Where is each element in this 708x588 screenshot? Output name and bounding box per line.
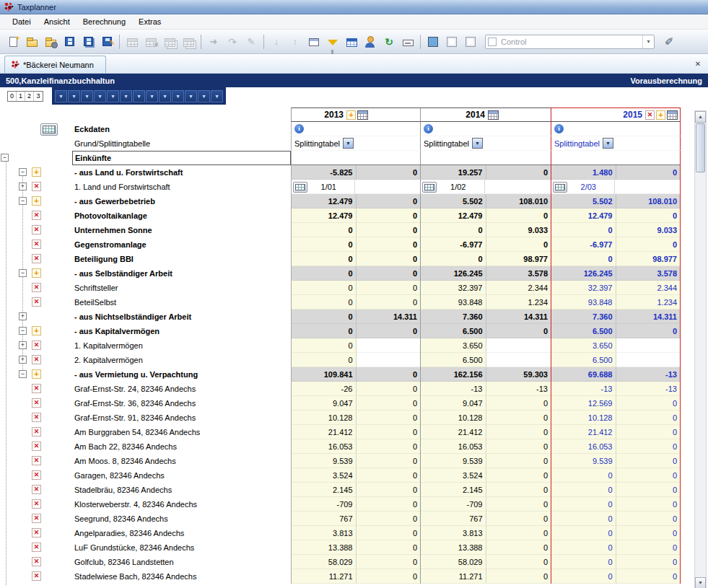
value-cell[interactable]: 0	[551, 526, 616, 540]
value-cell[interactable]: 69.688	[551, 367, 616, 382]
chevron-down-icon[interactable]: ▾	[81, 90, 93, 102]
value-cell[interactable]: 0	[551, 555, 616, 569]
value-cell[interactable]: 58.029	[292, 555, 357, 569]
value-cell[interactable]: 0	[616, 237, 681, 252]
value-cell[interactable]: 0	[486, 237, 551, 252]
value-cell[interactable]: 9.539	[292, 454, 357, 468]
row-label[interactable]: Beteiligung BBI	[74, 252, 134, 266]
chevron-down-icon[interactable]: ▾	[146, 90, 158, 102]
value-cell[interactable]: 0	[616, 165, 681, 180]
value-cell[interactable]: -13	[486, 382, 551, 396]
value-cell[interactable]: 0	[616, 497, 681, 512]
clean-button[interactable]	[660, 32, 678, 51]
value-cell[interactable]	[485, 180, 551, 194]
grid-icon[interactable]	[357, 110, 368, 120]
splitting-table-dropdown[interactable]: Splittingtabel▼	[421, 136, 483, 151]
row-label[interactable]: Graf-Ernst-Str. 91, 82346 Andechs	[74, 411, 196, 425]
value-cell[interactable]: 0	[357, 165, 421, 180]
value-cell[interactable]: 12.479	[292, 194, 357, 209]
value-cell[interactable]: 0	[357, 266, 421, 281]
row-label[interactable]: Am Burggraben 54, 82346 Andechs	[74, 425, 200, 439]
value-cell[interactable]: 6.500	[551, 353, 616, 367]
value-cell[interactable]: 2.344	[486, 281, 551, 295]
value-cell[interactable]: 0	[486, 425, 551, 439]
value-cell[interactable]: 19.257	[421, 165, 486, 180]
scrollbar-thumb[interactable]	[696, 123, 705, 172]
value-cell[interactable]: 12.569	[551, 396, 616, 411]
value-cell[interactable]	[616, 353, 681, 367]
row-label[interactable]: Garagen, 82346 Andechs	[74, 468, 165, 483]
chevron-down-icon[interactable]: ▾	[55, 90, 67, 102]
value-cell[interactable]: 3.524	[292, 468, 357, 483]
delete-row-icon[interactable]: ✕	[32, 442, 41, 451]
grid-icon[interactable]	[553, 182, 567, 193]
row-label[interactable]: - aus Vermietung u. Verpachtung	[74, 367, 198, 382]
delete-row-icon[interactable]: ✕	[32, 355, 41, 364]
row-label[interactable]: Schriftsteller	[74, 281, 118, 295]
collapse-icon[interactable]: −	[19, 197, 27, 205]
splitting-table-dropdown[interactable]: Splittingtabel▼	[551, 136, 613, 151]
value-cell[interactable]: 16.053	[551, 439, 616, 454]
row-label[interactable]: Graf-Ernst-Str. 36, 82346 Andechs	[74, 396, 196, 411]
save-as-button[interactable]	[98, 32, 115, 51]
close-icon[interactable]: ✕	[693, 59, 703, 69]
row-label[interactable]: Am Bach 22, 82346 Andechs	[74, 439, 177, 454]
value-cell[interactable]: 0	[357, 512, 421, 526]
value-cell[interactable]: -13	[616, 367, 681, 382]
value-cell[interactable]: 9.033	[616, 223, 681, 237]
value-cell[interactable]: 0	[357, 483, 421, 497]
value-cell[interactable]: 21.412	[292, 425, 357, 439]
row-label[interactable]: Seegrund, 82346 Andechs	[74, 512, 168, 526]
value-cell[interactable]: 108.010	[486, 194, 551, 209]
value-cell[interactable]: 5.502	[551, 194, 616, 209]
row-label[interactable]: Einkünfte	[72, 151, 291, 165]
value-cell[interactable]: 13.388	[292, 540, 357, 555]
row-label[interactable]: BeteilSelbst	[74, 295, 116, 310]
value-cell[interactable]: 7.360	[421, 310, 486, 324]
delete-row-icon[interactable]: ✕	[32, 225, 41, 234]
value-cell[interactable]: 0	[486, 497, 551, 512]
save-button[interactable]	[61, 32, 78, 51]
value-cell[interactable]: 0	[357, 454, 421, 468]
add-row-icon[interactable]: +	[32, 167, 41, 177]
delete-row-icon[interactable]: ✕	[32, 283, 41, 292]
value-cell[interactable]: 0	[292, 295, 357, 310]
value-cell[interactable]: 16.053	[292, 439, 357, 454]
value-cell[interactable]: 0	[421, 223, 486, 237]
value-cell[interactable]: 3.524	[421, 468, 486, 483]
value-cell[interactable]: 98.977	[486, 252, 551, 266]
value-cell[interactable]: 0	[292, 310, 357, 324]
delete-row-icon[interactable]: ✕	[32, 211, 41, 220]
value-cell[interactable]: 0	[357, 194, 421, 209]
value-cell[interactable]: 6.500	[421, 324, 486, 338]
chevron-down-icon[interactable]: ▼	[472, 138, 483, 149]
value-cell[interactable]	[355, 180, 421, 194]
value-cell[interactable]: 767	[421, 512, 486, 526]
value-cell[interactable]: 0	[357, 425, 421, 439]
grid-view-button[interactable]	[343, 32, 360, 51]
value-cell[interactable]: 14.311	[357, 310, 421, 324]
value-cell[interactable]: 0	[486, 555, 551, 569]
row-label[interactable]: 1. Land und Forstwirtschaft	[74, 180, 170, 194]
value-cell[interactable]: 0	[357, 411, 421, 425]
save-all-button[interactable]	[79, 32, 97, 51]
value-cell[interactable]: 0	[486, 569, 551, 584]
delete-row-icon[interactable]: ✕	[32, 514, 41, 523]
value-cell[interactable]: 12.479	[551, 209, 616, 223]
row-label[interactable]: Unternehmen Sonne	[74, 223, 152, 237]
info-icon[interactable]: i	[424, 124, 433, 133]
value-cell[interactable]: 0	[486, 439, 551, 454]
add-year-icon[interactable]: +	[656, 110, 665, 120]
chevron-down-icon[interactable]: ▼	[603, 138, 613, 149]
add-row-icon[interactable]: +	[32, 196, 41, 206]
delete-row-icon[interactable]: ✕	[32, 341, 41, 350]
row-label[interactable]: Grund/Splittingtabelle	[74, 136, 150, 151]
info-icon[interactable]: i	[554, 124, 564, 133]
menu-item-datei[interactable]: Datei	[6, 16, 38, 27]
value-cell[interactable]: 0	[486, 468, 551, 483]
expand-icon[interactable]: +	[19, 183, 27, 190]
value-cell[interactable]: 0	[357, 555, 421, 569]
value-cell[interactable]: 0	[486, 165, 551, 180]
value-cell[interactable]: 0	[357, 223, 421, 237]
chevron-down-icon[interactable]: ▾	[211, 90, 223, 102]
